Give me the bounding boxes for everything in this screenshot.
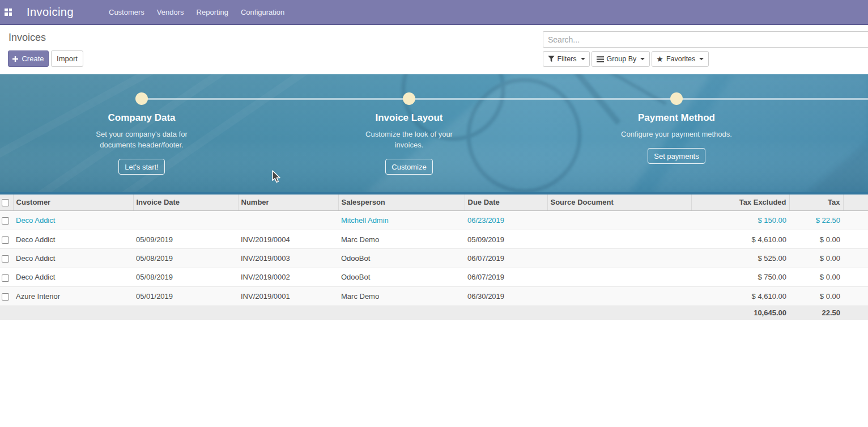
- step-description: Set your company's data for documents he…: [85, 129, 198, 150]
- caret-down-icon: [640, 58, 645, 60]
- invoices-table: Customer Invoice Date Number Salesperson…: [0, 195, 868, 320]
- column-header-invoice-date[interactable]: Invoice Date: [133, 195, 238, 210]
- step-dot-icon: [403, 92, 415, 105]
- plus-icon: [12, 56, 18, 62]
- create-button[interactable]: Create: [8, 50, 49, 67]
- total-tax-excluded: 10,645.00: [691, 306, 789, 320]
- select-all-checkbox[interactable]: [2, 199, 9, 206]
- cell-source-document: [547, 210, 691, 230]
- column-header-source-document[interactable]: Source Document: [547, 195, 691, 210]
- cell-invoice-date: 05/01/2019: [133, 287, 238, 306]
- group-by-button[interactable]: Group By: [592, 51, 650, 67]
- import-button[interactable]: Import: [51, 50, 83, 67]
- row-checkbox[interactable]: [2, 236, 9, 244]
- cell-invoice-date: 05/09/2019: [133, 230, 238, 249]
- breadcrumb: Invoices: [8, 32, 46, 44]
- app-title[interactable]: Invoicing: [27, 6, 74, 19]
- cell-number: INV/2019/0003: [238, 249, 338, 268]
- row-checkbox[interactable]: [2, 217, 9, 225]
- row-checkbox[interactable]: [2, 255, 9, 263]
- cell-invoice-date: [133, 210, 238, 230]
- step-title: Invoice Layout: [275, 112, 543, 124]
- row-checkbox[interactable]: [2, 274, 9, 282]
- menu-configuration[interactable]: Configuration: [235, 0, 291, 24]
- onboarding-banner: Company Data Set your company's data for…: [0, 74, 868, 195]
- column-header-number[interactable]: Number: [238, 195, 338, 210]
- column-header-salesperson[interactable]: Salesperson: [338, 195, 465, 210]
- set-payments-button[interactable]: Set payments: [648, 148, 705, 164]
- action-buttons: Create Import: [8, 50, 83, 67]
- star-icon: ★: [656, 55, 663, 63]
- step-company-data: Company Data Set your company's data for…: [8, 74, 275, 175]
- cell-salesperson: OdooBot: [338, 249, 465, 268]
- table-row[interactable]: Azure Interior 05/01/2019 INV/2019/0001 …: [0, 287, 868, 306]
- cell-source-document: [547, 249, 691, 268]
- favorites-button-label: Favorites: [666, 55, 695, 63]
- onboarding-steps: Company Data Set your company's data for…: [8, 74, 810, 175]
- cell-due-date: 06/23/2019: [465, 210, 547, 230]
- create-button-label: Create: [22, 54, 44, 63]
- cell-customer: Deco Addict: [13, 230, 133, 249]
- cell-tax-excluded: $ 150.00: [691, 210, 789, 230]
- favorites-button[interactable]: ★ Favorites: [652, 51, 709, 67]
- total-tax: 22.50: [789, 306, 843, 320]
- table-header: Customer Invoice Date Number Salesperson…: [0, 195, 868, 210]
- cell-salesperson: OdooBot: [338, 268, 465, 286]
- table-row[interactable]: Deco Addict 05/08/2019 INV/2019/0003 Odo…: [0, 249, 868, 268]
- cell-invoice-date: 05/08/2019: [133, 249, 238, 268]
- customize-button[interactable]: Customize: [385, 159, 432, 175]
- column-header-due-date[interactable]: Due Date: [465, 195, 547, 210]
- column-header-customer[interactable]: Customer: [13, 195, 133, 210]
- cell-source-document: [547, 230, 691, 249]
- step-title: Payment Method: [543, 112, 810, 124]
- search-input[interactable]: [543, 31, 868, 48]
- step-payment-method: Payment Method Configure your payment me…: [543, 74, 810, 175]
- select-all-cell: [0, 195, 13, 210]
- table-row[interactable]: Deco Addict Mitchell Admin 06/23/2019 $ …: [0, 210, 868, 230]
- row-checkbox[interactable]: [2, 293, 9, 301]
- menu-vendors[interactable]: Vendors: [151, 0, 190, 24]
- search-options: Filters Group By ★ Favorites: [543, 51, 710, 67]
- caret-down-icon: [581, 58, 585, 60]
- import-button-label: Import: [57, 54, 78, 63]
- cell-customer: Azure Interior: [13, 287, 133, 306]
- column-header-tax[interactable]: Tax: [789, 195, 843, 210]
- cell-due-date: 06/07/2019: [465, 268, 547, 286]
- cell-tax: $ 0.00: [789, 287, 843, 306]
- cell-customer: Deco Addict: [13, 268, 133, 286]
- main-menu: Customers Vendors Reporting Configuratio…: [103, 0, 291, 24]
- cell-extra: [843, 249, 868, 268]
- totals-row: 10,645.00 22.50: [0, 306, 868, 320]
- step-description: Customize the look of your invoices.: [352, 129, 466, 150]
- cell-salesperson: Marc Demo: [338, 230, 465, 249]
- cell-tax: $ 0.00: [789, 230, 843, 249]
- cell-tax: $ 22.50: [789, 210, 843, 230]
- cell-extra: [843, 210, 868, 230]
- filter-icon: [548, 56, 555, 62]
- step-title: Company Data: [8, 112, 275, 124]
- cell-due-date: 05/09/2019: [465, 230, 547, 249]
- column-header-tax-excluded[interactable]: Tax Excluded: [691, 195, 789, 210]
- step-invoice-layout: Invoice Layout Customize the look of you…: [275, 74, 543, 175]
- top-navbar: Invoicing Customers Vendors Reporting Co…: [0, 0, 868, 25]
- menu-customers[interactable]: Customers: [103, 0, 151, 24]
- cell-number: INV/2019/0004: [238, 230, 338, 249]
- cell-salesperson: Marc Demo: [338, 287, 465, 306]
- cell-tax: $ 0.00: [789, 249, 843, 268]
- cell-tax-excluded: $ 4,610.00: [691, 287, 789, 306]
- table-row[interactable]: Deco Addict 05/09/2019 INV/2019/0004 Mar…: [0, 230, 868, 249]
- lets-start-button[interactable]: Let's start!: [118, 159, 165, 175]
- step-dot-icon: [670, 92, 683, 105]
- cell-due-date: 06/30/2019: [465, 287, 547, 306]
- menu-reporting[interactable]: Reporting: [190, 0, 235, 24]
- filters-button[interactable]: Filters: [543, 51, 590, 67]
- cell-extra: [843, 287, 868, 306]
- cell-extra: [843, 230, 868, 249]
- table-row[interactable]: Deco Addict 05/08/2019 INV/2019/0002 Odo…: [0, 268, 868, 286]
- bars-icon: [597, 56, 604, 62]
- cell-tax-excluded: $ 750.00: [691, 268, 789, 286]
- apps-menu-icon[interactable]: [5, 9, 12, 16]
- cell-customer: Deco Addict: [13, 249, 133, 268]
- column-header-extra: [843, 195, 868, 210]
- cell-customer: Deco Addict: [13, 210, 133, 230]
